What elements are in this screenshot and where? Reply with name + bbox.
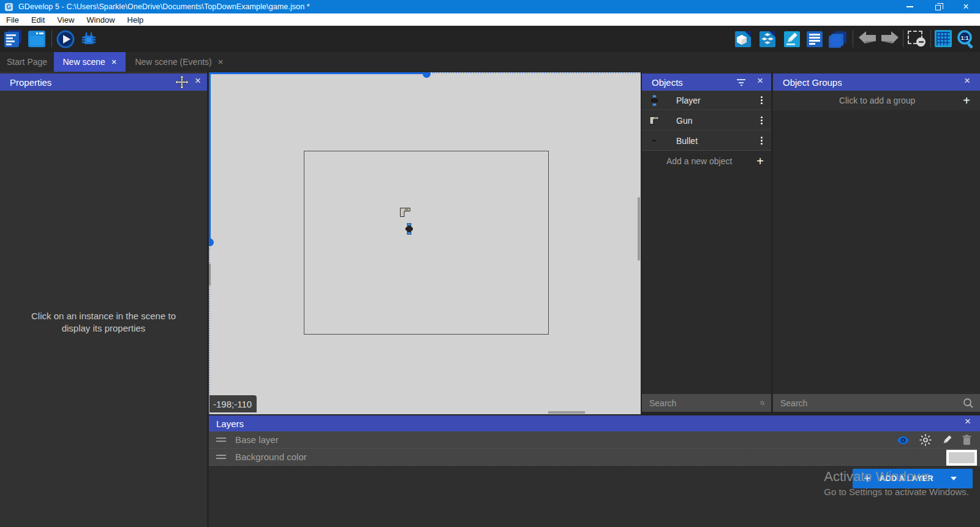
redo-button[interactable] <box>880 30 899 48</box>
object-menu-icon[interactable] <box>761 116 763 124</box>
layers-panel-title: Layers <box>216 419 244 429</box>
drag-handle-icon[interactable] <box>216 438 226 442</box>
player-instance[interactable] <box>405 223 413 235</box>
add-group-button[interactable]: Click to add a group + <box>773 91 980 110</box>
object-menu-icon[interactable] <box>761 96 763 104</box>
canvas-left-scrollbar-segment[interactable] <box>209 264 211 286</box>
edit-layer-pencil-icon[interactable] <box>941 434 952 445</box>
canvas-vscroll-thumb[interactable] <box>209 238 214 246</box>
undo-button[interactable] <box>858 30 876 48</box>
window-icon <box>28 31 45 47</box>
drag-handle-icon[interactable] <box>216 455 226 459</box>
groups-search-input[interactable] <box>773 398 963 408</box>
menubar: File Edit View Window Help <box>0 13 980 26</box>
open-objects-editor-button[interactable] <box>734 30 752 48</box>
instances-list-icon <box>805 30 824 48</box>
canvas-hscroll-thumb[interactable] <box>423 72 431 78</box>
objects-panel-close-icon[interactable]: × <box>757 77 763 85</box>
properties-pencil-icon <box>783 30 801 48</box>
start-page-button[interactable] <box>28 30 47 48</box>
menu-window[interactable]: Window <box>80 15 121 25</box>
layers-panel: Layers × Base layer <box>209 415 980 527</box>
player-thumbnail-icon <box>642 95 666 106</box>
tab-label: Start Page <box>7 57 47 67</box>
menu-file[interactable]: File <box>0 15 25 25</box>
clear-selection-button[interactable] <box>907 30 925 48</box>
layer-row-background-color[interactable]: Background color <box>209 449 980 466</box>
canvas-right-scrollbar[interactable] <box>638 197 640 260</box>
minimize-button[interactable] <box>895 0 924 13</box>
layer-row-base[interactable]: Base layer <box>209 431 980 449</box>
play-preview-button[interactable] <box>56 30 75 48</box>
object-name: Bullet <box>676 136 761 146</box>
object-row-bullet[interactable]: Bullet <box>642 131 771 151</box>
groups-search-bar <box>773 394 980 412</box>
gdevelop-window: G GDevelop 5 - C:\Users\Sparkle\OneDrive… <box>0 0 980 527</box>
object-row-player[interactable]: Player <box>642 91 771 110</box>
toolbar-separator <box>853 30 853 47</box>
tab-label: New scene <box>62 57 105 67</box>
close-button[interactable]: × <box>952 0 980 13</box>
move-cursor-icon <box>175 75 189 89</box>
minimize-icon <box>907 6 913 7</box>
object-groups-panel-close-icon[interactable]: × <box>964 77 970 85</box>
play-icon <box>56 30 75 48</box>
restore-button[interactable] <box>924 0 952 13</box>
tab-close-icon[interactable]: × <box>218 58 224 66</box>
layers-panel-close-icon[interactable]: × <box>965 417 971 426</box>
objects-panel-title: Objects <box>652 77 683 88</box>
open-properties-panel-button[interactable] <box>783 30 801 48</box>
add-a-layer-button[interactable]: + ADD A LAYER <box>853 469 973 488</box>
add-new-object-button[interactable]: Add a new object + <box>642 151 771 171</box>
menu-view[interactable]: View <box>51 15 80 25</box>
object-row-gun[interactable]: Gun <box>642 111 771 131</box>
menu-edit[interactable]: Edit <box>25 15 51 25</box>
gun-instance[interactable] <box>400 208 410 217</box>
tab-label: New scene (Events) <box>135 57 211 67</box>
close-icon: × <box>963 2 968 11</box>
scene-canvas[interactable]: -198;-110 <box>209 72 641 414</box>
layer-name: Base layer <box>235 434 279 445</box>
layer-name: Background color <box>235 452 307 462</box>
window-title: GDevelop 5 - C:\Users\Sparkle\OneDrive\D… <box>18 2 310 11</box>
open-object-groups-editor-button[interactable] <box>758 30 777 48</box>
scene-window-border <box>304 151 549 335</box>
background-color-swatch[interactable] <box>946 450 977 466</box>
delete-layer-trash-icon[interactable] <box>962 434 971 445</box>
tab-start-page[interactable]: Start Page <box>0 52 54 72</box>
toolbar: 1:1 <box>0 26 980 52</box>
gdevelop-logo-icon: G <box>5 3 13 11</box>
search-icon <box>760 398 765 409</box>
toolbar-separator <box>51 30 52 47</box>
open-instances-list-button[interactable] <box>805 30 824 48</box>
properties-panel-title: Properties <box>10 77 51 88</box>
layer-effects-icon[interactable] <box>919 434 932 446</box>
menu-help[interactable]: Help <box>121 15 150 25</box>
open-layers-editor-button[interactable] <box>828 30 846 48</box>
project-manager-button[interactable] <box>4 30 23 48</box>
properties-panel: Properties × Click on an instance in the… <box>0 72 207 527</box>
layers-editor-icon <box>828 30 848 48</box>
tab-close-icon[interactable]: × <box>111 58 117 66</box>
objects-search-input[interactable] <box>642 398 760 408</box>
add-a-layer-label: ADD A LAYER <box>880 474 933 483</box>
visibility-eye-icon[interactable] <box>897 436 910 445</box>
plus-icon: + <box>756 154 764 169</box>
object-groups-panel-title: Object Groups <box>783 77 842 88</box>
properties-panel-body: Click on an instance in the scene to dis… <box>0 91 207 527</box>
gun-thumbnail-icon <box>642 116 666 124</box>
canvas-bottom-scrollbar[interactable] <box>548 411 585 414</box>
cursor-coordinates-badge: -198;-110 <box>209 395 257 412</box>
undo-icon <box>858 30 877 48</box>
object-menu-icon[interactable] <box>761 137 763 145</box>
debug-button[interactable] <box>80 30 98 48</box>
properties-panel-close-icon[interactable]: × <box>195 77 201 85</box>
toggle-grid-button[interactable] <box>935 30 953 48</box>
zoom-original-button[interactable]: 1:1 <box>957 30 975 48</box>
tab-new-scene[interactable]: New scene × <box>54 52 126 72</box>
tab-new-scene-events[interactable]: New scene (Events) × <box>126 52 233 72</box>
add-group-label: Click to add a group <box>773 96 963 105</box>
filter-icon[interactable] <box>737 79 745 86</box>
bullet-thumbnail-icon <box>642 140 666 142</box>
chevron-down-icon[interactable] <box>951 477 957 480</box>
